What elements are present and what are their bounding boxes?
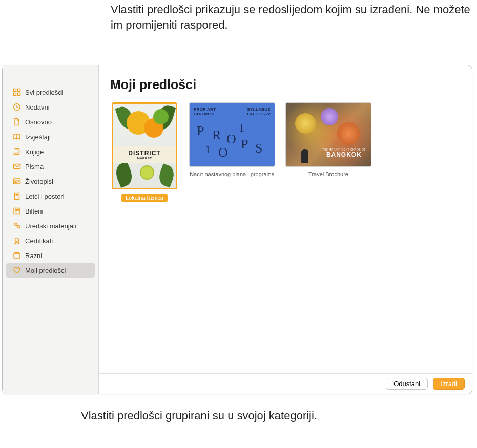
sidebar-item-label: Bilteni <box>25 207 43 215</box>
sidebar-item-label: Uredski materijali <box>25 222 76 230</box>
sidebar-item-books[interactable]: Knjige <box>6 144 95 159</box>
template-thumbnail: PROP ART GD-10875 SYLLABUS FALL 21-22 P … <box>189 102 275 167</box>
sidebar-item-flyers-posters[interactable]: Letci i posteri <box>6 189 95 203</box>
book-icon <box>13 147 21 156</box>
sidebar-item-label: Osnovno <box>25 118 52 126</box>
sidebar-item-label: Izvještaji <box>25 133 51 141</box>
sidebar-item-all-templates[interactable]: Svi predlošci <box>6 85 95 99</box>
thumb-letter: S <box>255 141 262 156</box>
collection-icon <box>13 251 21 260</box>
sidebar-item-basic[interactable]: Osnovno <box>6 115 95 129</box>
thumb-small-text: THE MAGNIFICENT CHAOS OF <box>322 148 366 151</box>
template-thumbnail: THE MAGNIFICENT CHAOS OF BANGKOK <box>285 102 371 167</box>
svg-rect-2 <box>14 93 16 96</box>
thumb-big-text: BANGKOK <box>322 151 366 158</box>
svg-rect-8 <box>15 193 19 200</box>
svg-rect-1 <box>18 89 20 92</box>
sidebar-item-my-templates[interactable]: Moji predlošci <box>6 263 95 278</box>
svg-rect-6 <box>14 179 20 184</box>
footer-bar: Odustani Izradi <box>99 373 472 394</box>
heart-icon <box>13 266 21 274</box>
sidebar-item-label: Certifikati <box>25 237 53 245</box>
sidebar-item-stationery[interactable]: Uredski materijali <box>6 219 95 233</box>
sidebar-item-misc[interactable]: Razni <box>6 248 95 263</box>
thumb-top-right-l1: SYLLABUS <box>247 107 271 112</box>
sidebar-item-newsletters[interactable]: Bilteni <box>6 204 95 218</box>
template-label: Travel Brochure <box>308 171 348 178</box>
clock-icon <box>13 103 21 111</box>
thumb-brand-line1: DISTRICT <box>128 150 160 157</box>
poster-icon <box>13 192 21 200</box>
template-label: Lokalna tržnica <box>121 194 168 202</box>
page-title: Moji predlošci <box>110 77 461 92</box>
envelope-icon <box>13 162 21 170</box>
thumb-letter: P <box>241 137 248 152</box>
svg-point-7 <box>15 180 16 182</box>
sidebar-item-reports[interactable]: Izvještaji <box>6 130 95 144</box>
callout-top-text: Vlastiti predlošci prikazuju se redoslij… <box>111 2 477 32</box>
sidebar-item-certificates[interactable]: Certifikati <box>6 233 95 248</box>
sidebar: Svi predlošci Nedavni Osnovno Izvještaji <box>3 65 99 394</box>
template-card-local-market[interactable]: DISTRICT MARKET Lokalna tržnica <box>110 102 179 202</box>
sidebar-item-label: Letci i posteri <box>25 193 65 200</box>
callout-bottom-text: Vlastiti predlošci grupirani su u svojoj… <box>81 408 317 423</box>
thumb-top-left-l2: GD-10875 <box>194 112 216 116</box>
sidebar-item-label: Knjige <box>25 148 44 156</box>
sidebar-item-label: Svi predlošci <box>25 89 63 96</box>
card-icon <box>13 177 21 185</box>
thumb-top-left-l1: PROP ART <box>194 107 216 112</box>
thumb-letter: 1 <box>239 121 244 135</box>
sidebar-item-label: Razni <box>25 252 42 260</box>
grid-icon <box>13 88 21 96</box>
thumb-letter: P <box>197 123 204 139</box>
sidebar-item-letters[interactable]: Pisma <box>6 159 95 174</box>
cancel-button[interactable]: Odustani <box>386 378 428 390</box>
sidebar-item-recent[interactable]: Nedavni <box>6 100 95 114</box>
thumb-letter: R <box>212 127 221 143</box>
main-content: Moji predlošci DISTRICT MARKET Lokalna t… <box>99 65 472 373</box>
template-card-syllabus[interactable]: PROP ART GD-10875 SYLLABUS FALL 21-22 P … <box>189 102 275 178</box>
svg-rect-13 <box>14 253 20 258</box>
tag-icon <box>13 222 21 230</box>
sidebar-item-label: Pisma <box>25 163 44 170</box>
thumb-top-right-l2: FALL 21-22 <box>247 112 271 116</box>
sidebar-item-resumes[interactable]: Životopisi <box>6 174 95 188</box>
template-grid: DISTRICT MARKET Lokalna tržnica PROP ART… <box>110 102 461 202</box>
template-label: Nacrt nastavnog plana i programa <box>190 171 275 178</box>
sidebar-item-label: Moji predlošci <box>25 267 66 274</box>
template-chooser-window: Svi predlošci Nedavni Osnovno Izvještaji <box>2 65 472 394</box>
thumb-letter: O <box>218 145 228 160</box>
ribbon-icon <box>13 237 21 245</box>
svg-point-12 <box>15 238 19 242</box>
thumb-letter: 1 <box>205 143 211 156</box>
list-icon <box>13 207 21 215</box>
svg-rect-3 <box>18 93 20 96</box>
thumb-brand-line2: MARKET <box>137 157 152 160</box>
create-button[interactable]: Izradi <box>433 378 465 390</box>
sidebar-item-label: Nedavni <box>25 103 50 111</box>
template-thumbnail: DISTRICT MARKET <box>112 102 177 189</box>
document-icon <box>13 118 21 126</box>
sidebar-item-label: Životopisi <box>25 178 53 185</box>
svg-rect-0 <box>14 89 16 92</box>
book-open-icon <box>13 133 21 141</box>
template-card-travel-brochure[interactable]: THE MAGNIFICENT CHAOS OF BANGKOK Travel … <box>285 102 371 178</box>
thumb-letter: O <box>226 132 236 147</box>
